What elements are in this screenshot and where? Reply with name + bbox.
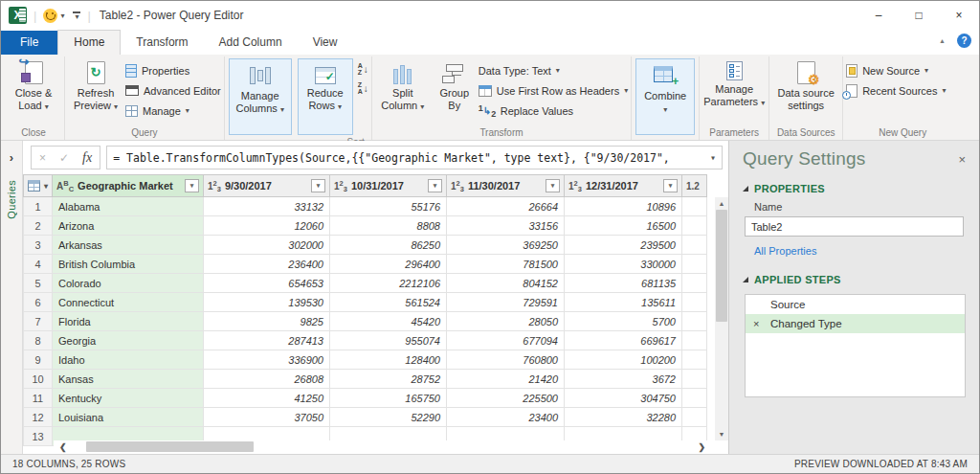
tab-transform[interactable]: Transform — [121, 31, 203, 55]
refresh-preview-button[interactable]: ↻ Refresh Preview ▾ — [68, 57, 123, 113]
cell-market[interactable]: Kansas — [53, 370, 204, 389]
column-header-9-30-2017[interactable]: 123 9/30/2017 ▾ — [204, 175, 330, 197]
cell-market[interactable]: Idaho — [53, 350, 204, 370]
properties-button[interactable]: Properties — [125, 62, 221, 79]
formula-cancel-icon[interactable]: × — [39, 151, 46, 165]
row-number[interactable]: 12 — [24, 408, 53, 427]
cell-market[interactable]: Colorado — [53, 274, 204, 293]
horizontal-scrollbar[interactable]: ❮ ❯ — [54, 440, 711, 453]
cell-market[interactable]: Florida — [53, 312, 204, 331]
applied-steps-section-header[interactable]: APPLIED STEPS — [743, 274, 966, 285]
manage-columns-button[interactable]: Manage Columns ▾ — [233, 62, 288, 116]
cell-market[interactable]: Arizona — [53, 216, 204, 236]
row-number[interactable]: 13 — [24, 427, 53, 446]
close-button[interactable]: × — [939, 1, 979, 30]
cell-market[interactable]: Arkansas — [53, 236, 204, 255]
use-first-row-as-headers-button[interactable]: Use First Row as Headers ▾ — [479, 82, 628, 99]
window-title: Table2 - Power Query Editor — [100, 9, 244, 22]
row-number[interactable]: 3 — [24, 236, 53, 255]
tab-file[interactable]: File — [1, 31, 57, 55]
formula-expand-icon[interactable]: ▾ — [706, 152, 716, 163]
smiley-dropdown-icon[interactable]: ▾ — [60, 11, 64, 20]
formula-input[interactable]: = Table.TransformColumnTypes(Source,{{"G… — [106, 146, 723, 169]
new-source-button[interactable]: New Source ▾ — [846, 62, 959, 79]
close-and-load-button[interactable]: ↪ Close & Load ▾ — [6, 57, 61, 113]
help-icon[interactable]: ? — [957, 34, 971, 48]
excel-app-icon[interactable]: X — [9, 7, 27, 24]
combine-button[interactable]: + Combine ▾ — [637, 62, 693, 116]
filter-icon[interactable]: ▾ — [185, 179, 199, 192]
sort-ascending-button[interactable]: AZ↓ — [358, 62, 368, 76]
feedback-smiley-icon[interactable] — [43, 9, 57, 23]
reduce-rows-button[interactable]: ✓ Reduce Rows ▾ — [301, 62, 349, 113]
row-number[interactable]: 5 — [24, 274, 53, 293]
cell-market[interactable]: Connecticut — [53, 293, 204, 312]
manage-parameters-button[interactable]: Manage Parameters ▾ — [702, 57, 766, 109]
delete-step-icon[interactable]: × — [753, 318, 766, 329]
vertical-scrollbar-thumb[interactable] — [716, 210, 727, 322]
maximize-button[interactable]: □ — [899, 1, 939, 30]
data-type-button[interactable]: Data Type: Text ▾ — [479, 62, 628, 79]
ribbon-group-data-sources: ⚙ Data source settings Data Sources — [769, 56, 843, 140]
group-by-button[interactable]: Group By — [433, 57, 477, 113]
cell-market[interactable]: Alabama — [53, 197, 204, 216]
properties-section-header[interactable]: PROPERTIES — [743, 183, 966, 194]
row-number[interactable]: 7 — [24, 312, 53, 331]
split-column-button[interactable]: Split Column ▾ — [375, 57, 431, 113]
collapse-ribbon-icon[interactable]: ▲ — [939, 37, 946, 44]
divider: | — [87, 9, 90, 23]
filter-icon[interactable]: ▾ — [546, 179, 560, 192]
scroll-down-icon[interactable]: ▼ — [719, 428, 725, 440]
column-header-12-31-2017[interactable]: 123 12/31/2017 ▾ — [565, 175, 682, 197]
query-name-input[interactable] — [745, 216, 964, 237]
scroll-left-icon[interactable]: ❮ — [54, 442, 73, 452]
quick-access-toolbar-customize-icon[interactable]: ▾ — [73, 11, 80, 19]
minimize-button[interactable]: – — [858, 1, 899, 30]
row-number[interactable]: 2 — [24, 216, 53, 236]
tab-home[interactable]: Home — [57, 30, 121, 55]
table-corner-button[interactable]: ▾ — [24, 175, 53, 197]
manage-button[interactable]: Manage ▾ — [125, 102, 221, 119]
row-number[interactable]: 11 — [24, 389, 53, 408]
step-changed-type[interactable]: ×Changed Type — [746, 314, 965, 333]
cell-market[interactable]: Kentucky — [53, 389, 204, 408]
filter-icon[interactable]: ▾ — [428, 179, 442, 192]
row-number[interactable]: 10 — [24, 370, 53, 389]
column-header-10-31-2017[interactable]: 123 10/31/2017 ▾ — [330, 175, 447, 197]
cell-market[interactable]: British Columbia — [53, 255, 204, 274]
horizontal-scrollbar-thumb[interactable] — [86, 441, 254, 452]
replace-values-button[interactable]: 1↳2 Replace Values — [479, 102, 628, 119]
all-properties-link[interactable]: All Properties — [754, 245, 966, 257]
data-source-settings-button[interactable]: ⚙ Data source settings — [772, 57, 839, 113]
whole-number-type-icon: 123 — [208, 181, 221, 192]
scroll-right-icon[interactable]: ❯ — [692, 442, 711, 452]
cell-market[interactable]: Louisiana — [53, 408, 204, 427]
close-pane-icon[interactable]: × — [958, 152, 966, 167]
filter-icon[interactable]: ▾ — [311, 179, 325, 192]
row-number[interactable]: 9 — [24, 350, 53, 370]
advanced-editor-button[interactable]: Advanced Editor — [125, 82, 221, 99]
expand-queries-pane-icon[interactable]: › — [10, 150, 13, 165]
scroll-up-icon[interactable]: ▲ — [719, 197, 725, 210]
column-header-partial[interactable]: 1.2 1/3 — [682, 175, 707, 197]
ribbon-group-new-query: New Source ▾ Recent Sources ▾ New Query — [843, 56, 962, 140]
row-number[interactable]: 8 — [24, 331, 53, 350]
row-number[interactable]: 1 — [24, 197, 53, 216]
ribbon-group-transform: Split Column ▾ Group By Data Type: Text … — [372, 56, 632, 140]
row-number[interactable]: 4 — [24, 255, 53, 274]
column-header-geographic-market[interactable]: ABC Geographic Market ▾ — [53, 175, 204, 197]
sort-descending-button[interactable]: ZA↓ — [358, 81, 368, 95]
whole-number-type-icon: 123 — [568, 181, 582, 192]
recent-sources-button[interactable]: Recent Sources ▾ — [846, 82, 959, 99]
step-source[interactable]: Source — [746, 295, 965, 314]
row-number[interactable]: 6 — [24, 293, 53, 312]
formula-commit-icon[interactable]: ✓ — [59, 151, 69, 165]
filter-icon[interactable]: ▾ — [663, 179, 678, 192]
vertical-scrollbar[interactable]: ▲ ▼ — [715, 197, 728, 440]
cell-market[interactable]: Georgia — [53, 331, 204, 350]
table-row: 11Kentucky41250165750225500304750 — [24, 389, 707, 408]
tab-add-column[interactable]: Add Column — [204, 31, 298, 55]
column-header-11-30-2017[interactable]: 123 11/30/2017 ▾ — [447, 175, 565, 197]
tab-view[interactable]: View — [298, 31, 353, 55]
queries-pane-label[interactable]: Queries — [6, 180, 17, 219]
